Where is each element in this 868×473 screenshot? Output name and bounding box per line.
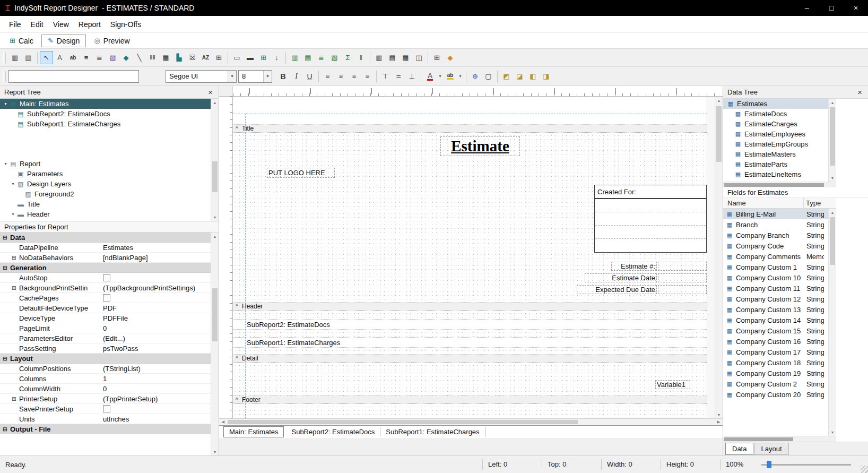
grid-tool-icon[interactable]: ⊞: [212, 51, 225, 64]
expand-icon[interactable]: ⊟: [3, 265, 10, 271]
region-tool-icon[interactable]: ▭: [230, 51, 244, 64]
underline-button[interactable]: U: [303, 70, 316, 83]
close-icon[interactable]: ×: [206, 88, 214, 97]
subreport1-area[interactable]: [233, 348, 707, 354]
scrollbar-thumb[interactable]: [724, 437, 793, 441]
subreport-tool-icon[interactable]: ▬: [244, 51, 257, 64]
font-name-select[interactable]: Segoe UI ▾: [166, 70, 237, 83]
edit-tool-icon[interactable]: ab: [66, 51, 80, 64]
align-middle-button[interactable]: ≍: [392, 70, 405, 83]
property-row[interactable]: ⊟ Data: [0, 233, 211, 243]
field-row[interactable]: ▦ Company Custom 16 String: [723, 336, 828, 347]
property-value[interactable]: [ndBlankPage]: [100, 253, 211, 262]
scroll-up-icon[interactable]: ▲: [211, 233, 219, 240]
field-row[interactable]: ▦ Branch String: [723, 219, 828, 230]
tab-data[interactable]: Data: [725, 443, 753, 455]
estimate-number-label[interactable]: Estimate #:: [611, 262, 657, 271]
collapse-caret-icon[interactable]: ^: [233, 356, 240, 362]
column-header-name[interactable]: Name: [723, 198, 804, 208]
toolbar-grip[interactable]: [3, 71, 6, 82]
image-tool-icon[interactable]: ▧: [106, 51, 119, 64]
property-row[interactable]: AutoStop: [0, 273, 211, 283]
collapse-caret-icon[interactable]: ^: [233, 397, 240, 403]
collapse-caret-icon[interactable]: ^: [233, 304, 240, 309]
menu-report[interactable]: Report: [74, 16, 106, 32]
scroll-down-icon[interactable]: ▼: [829, 174, 836, 182]
expand-icon[interactable]: ⊞: [12, 285, 19, 291]
table-estimateparts[interactable]: ▦ EstimateParts: [723, 159, 828, 169]
tree-header[interactable]: ▾ ▬ Header: [0, 209, 211, 219]
property-value[interactable]: [100, 404, 211, 414]
move-backward-button[interactable]: ◨: [540, 70, 553, 83]
field-row[interactable]: ▦ Company Custom 10 String: [723, 272, 828, 283]
menu-sign-offs[interactable]: Sign-Offs: [106, 16, 146, 32]
font-color-dropdown[interactable]: ▾: [437, 70, 444, 83]
close-button[interactable]: ×: [844, 0, 868, 16]
property-value[interactable]: [33, 354, 211, 363]
property-value[interactable]: [25, 233, 211, 242]
table-estimatedocs[interactable]: ▦ EstimateDocs: [723, 109, 828, 119]
align-left-button[interactable]: ≡: [321, 70, 334, 83]
scroll-up-icon[interactable]: ▲: [829, 99, 836, 106]
footer-band[interactable]: [233, 404, 707, 417]
theme-icon[interactable]: ◆: [444, 51, 457, 64]
scrollbar-thumb[interactable]: [716, 106, 722, 162]
header-band-header[interactable]: ^ Header: [233, 302, 707, 311]
maximize-button[interactable]: □: [819, 0, 844, 16]
footer-band-header[interactable]: ^ Footer: [233, 395, 707, 404]
expand-icon[interactable]: ⊟: [3, 356, 10, 362]
scroll-down-icon[interactable]: ▼: [211, 213, 219, 221]
property-row[interactable]: ⊟ Layout: [0, 354, 211, 364]
property-value[interactable]: [100, 293, 211, 303]
property-row[interactable]: DefaultFileDeviceType PDF: [0, 303, 211, 313]
align-top-button[interactable]: ⊤: [379, 70, 392, 83]
close-icon[interactable]: ×: [856, 88, 864, 97]
tree-main-estimates[interactable]: ▾ ▤ Main: Estimates: [0, 99, 211, 109]
tree-foreground2[interactable]: ▨ Foreground2: [0, 189, 211, 199]
scrollbar-thumb[interactable]: [724, 183, 824, 187]
chevron-down-icon[interactable]: ▾: [263, 71, 272, 82]
table-estimatecharges[interactable]: ▦ EstimateCharges: [723, 119, 828, 129]
checkbox-tool-icon[interactable]: ☒: [186, 51, 199, 64]
field-row[interactable]: ▦ Company Custom 14 String: [723, 315, 828, 325]
select-tool-icon[interactable]: ↖: [40, 51, 53, 64]
property-row[interactable]: DataPipeline Estimates: [0, 243, 211, 253]
created-for-address-box[interactable]: [594, 199, 707, 253]
line-tool-icon[interactable]: ╲: [133, 51, 146, 64]
property-value[interactable]: Estimates: [100, 243, 211, 252]
dbbarcode-tool-icon[interactable]: ‖: [354, 51, 368, 64]
expand-icon[interactable]: ⊟: [3, 235, 10, 240]
property-value[interactable]: [47, 263, 211, 272]
property-row[interactable]: ParametersEditor (Edit...): [0, 333, 211, 343]
field-row[interactable]: ▦ Billing E-Mail String: [723, 209, 828, 219]
resize-grip[interactable]: [855, 456, 868, 473]
property-row[interactable]: ColumnPositions (TStringList): [0, 364, 211, 374]
property-row[interactable]: ⊞ BackgroundPrintSettin (TppBackgroundPr…: [0, 283, 211, 293]
dbtext-tool-icon[interactable]: ▥: [288, 51, 301, 64]
field-row[interactable]: ▦ Company Custom 12 String: [723, 294, 828, 304]
field-row[interactable]: ▦ Company Custom 20 String: [723, 389, 828, 400]
property-value[interactable]: 0: [100, 323, 211, 333]
menu-view[interactable]: View: [48, 16, 74, 32]
report-page[interactable]: ^ Title Estimate PUT LOGO HERE Created F…: [233, 97, 707, 418]
align-center-button[interactable]: ≡: [334, 70, 348, 83]
richtext-tool-icon[interactable]: ≣: [93, 51, 106, 64]
label-tool-icon[interactable]: A: [53, 51, 66, 64]
detail-band[interactable]: Variable1: [233, 363, 707, 395]
field-row[interactable]: ▦ Company Code String: [723, 240, 828, 251]
data-settings-icon[interactable]: ▥: [22, 51, 35, 64]
grid-options-icon[interactable]: ⊞: [430, 51, 444, 64]
move-forward-button[interactable]: ◧: [526, 70, 540, 83]
barcode-tool-icon[interactable]: ‖‖: [146, 51, 159, 64]
subreport2-band[interactable]: SubReport2: EstimateDocs: [233, 319, 707, 330]
property-row[interactable]: CachePages: [0, 293, 211, 303]
tree-subreport2-estimatedocs[interactable]: ▤ SubReport2: EstimateDocs: [0, 109, 211, 119]
tab-layout[interactable]: Layout: [754, 443, 788, 455]
data-tree-toggle-icon[interactable]: ▤: [386, 51, 399, 64]
chevron-down-icon[interactable]: ▾: [10, 182, 16, 186]
header-band[interactable]: [233, 311, 707, 319]
property-row[interactable]: Columns 1: [0, 374, 211, 384]
page-setup-icon[interactable]: ◫: [412, 51, 426, 64]
tree-parameters[interactable]: ▣ Parameters: [0, 169, 211, 179]
object-selector-input[interactable]: [8, 70, 139, 83]
